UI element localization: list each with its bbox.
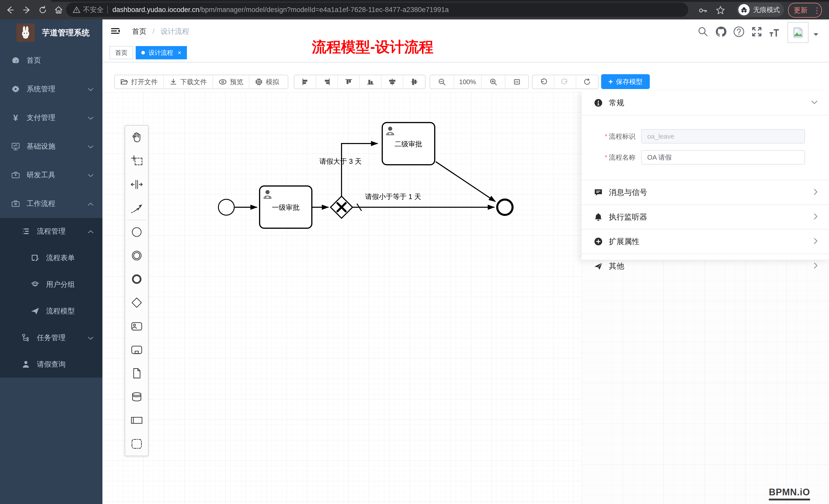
simulate-button[interactable]: 模拟 [249,75,285,88]
fullscreen-icon[interactable] [751,26,763,38]
chevron-right-icon [814,238,818,245]
bpmn-io-logo[interactable]: BPMN.iO [769,487,810,500]
section-other[interactable]: 其他 [582,254,829,278]
browser-active-tab[interactable] [0,0,51,2]
browser-menu-dots-icon[interactable]: ⋮ [813,6,821,15]
create-gateway[interactable] [125,291,148,314]
zoom-in-button[interactable] [481,75,506,88]
create-intermediate-event[interactable] [125,244,148,267]
create-end-event[interactable] [125,267,148,291]
tab-close-icon[interactable]: × [178,49,181,56]
github-icon[interactable] [715,26,727,38]
space-tool[interactable] [125,173,148,196]
browser-update-button[interactable]: 更新 ⋮ [788,3,822,18]
sidebar-item-label: 支付管理 [27,113,55,122]
sidebar-item-leave-query[interactable]: 请假查询 [0,351,102,378]
app-logo-row[interactable]: 芋道管理系统 [0,20,102,46]
browser-url-bar[interactable]: 不安全 dashboard.yudao.iocoder.cn/bpm/manag… [66,3,688,17]
lasso-tool[interactable] [125,149,148,173]
sidebar-item-devtools[interactable]: 研发工具 [0,161,102,189]
start-event[interactable] [218,199,234,215]
zoom-level[interactable]: 100% [454,75,481,88]
breadcrumb-home[interactable]: 首页 [132,27,146,35]
sidebar-item-process-form[interactable]: 流程表单 [0,244,102,271]
align-middle-icon [388,78,396,86]
edge-label-gt3[interactable]: 请假大于 3 天 [319,158,361,165]
font-size-icon[interactable] [768,27,780,39]
align-bottom-button[interactable] [360,75,382,88]
hand-tool[interactable] [125,126,148,149]
create-data-store[interactable] [125,385,148,409]
flow-gateway-to-task2[interactable] [341,144,377,196]
sidebar-item-task-manage[interactable]: 任务管理 [0,324,102,351]
sidebar-item-process-model[interactable]: 流程模型 [0,298,102,324]
help-icon[interactable] [733,26,745,38]
user-task-level2[interactable]: 二级审批 [382,122,435,165]
sidebar-item-payment[interactable]: ¥ 支付管理 [0,103,102,132]
sidebar-item-infrastructure[interactable]: 基础设施 [0,132,102,161]
browser-reload-button[interactable] [38,6,47,15]
browser-back-button[interactable] [6,6,14,15]
tab-home[interactable]: 首页 [110,46,133,60]
section-general[interactable]: 常规 [582,91,829,115]
edge-label-le1[interactable]: 请假小于等于 1 天 [365,193,421,201]
download-file-button[interactable]: 下载文件 [164,75,213,88]
sidebar-item-workflow[interactable]: 工作流程 [0,189,102,218]
save-model-button[interactable]: + 保存模型 [601,74,650,89]
update-label: 更新 [794,6,807,15]
browser-home-button[interactable] [54,6,63,15]
key-icon[interactable] [698,6,707,16]
create-user-task[interactable] [125,314,148,338]
avatar-caret-icon[interactable] [813,33,819,37]
security-chip[interactable]: 不安全 [83,5,104,14]
align-middle-button[interactable] [382,75,403,88]
process-key-input[interactable] [641,129,805,144]
section-execution-listener[interactable]: 执行监听器 [582,205,829,230]
screen: 不安全 dashboard.yudao.iocoder.cn/bpm/manag… [0,0,829,504]
end-event[interactable] [497,200,512,215]
align-left-button[interactable] [294,75,316,88]
process-name-input[interactable] [641,150,805,164]
section-message-signal[interactable]: 消息与信号 [582,180,829,205]
sidebar-item-user-group[interactable]: 用户分组 [0,271,102,298]
align-center-button[interactable] [403,75,425,88]
sidebar-item-process-manage[interactable]: 流程管理 [0,218,102,244]
open-file-button[interactable]: 打开文件 [115,75,164,88]
sidebar-item-home[interactable]: 首页 [0,46,102,75]
url-path: /bpm/manager/model/design?modelId=e4a1a1… [199,6,448,13]
undo-button[interactable] [533,75,554,88]
align-top-button[interactable] [338,75,360,88]
history-button-group [532,75,599,89]
create-start-event[interactable] [125,220,148,244]
tab-design-process[interactable]: 设计流程 × [136,46,187,60]
user-task-level1[interactable]: 一级审批 [260,186,312,228]
exclusive-gateway[interactable] [330,196,353,218]
avatar[interactable] [788,22,808,43]
section-extended-attributes[interactable]: 扩展属性 [582,230,829,254]
redo-button[interactable] [554,75,576,88]
align-right-button[interactable] [316,75,338,88]
restart-button[interactable] [576,75,598,88]
zoom-out-button[interactable] [430,75,454,88]
zoom-in-icon [490,78,497,86]
sidebar-item-label: 首页 [27,55,41,65]
preview-button[interactable]: 预览 [213,75,249,88]
create-participant[interactable] [125,409,148,432]
canvas-under-panel[interactable] [582,260,829,504]
sidebar-item-system[interactable]: 系统管理 [0,75,102,103]
search-icon[interactable] [697,26,709,38]
sidebar-item-label: 流程表单 [46,253,75,263]
zoom-reset-button[interactable] [505,75,529,88]
flow-task2-to-end[interactable] [436,162,495,202]
chevron-up-icon [87,227,94,235]
browser-forward-button[interactable] [23,6,31,15]
create-group[interactable] [125,432,148,456]
sidebar-collapse-icon[interactable] [110,27,120,36]
properties-panel: 常规 *流程标识 *流程名称 消息与信号 [582,91,829,260]
breadcrumb-separator: / [153,27,155,35]
bookmark-star-icon[interactable] [716,6,725,16]
create-subprocess[interactable] [125,338,148,361]
create-data-object[interactable] [125,361,148,385]
section-label: 扩展属性 [609,236,640,247]
global-connect-tool[interactable] [125,196,148,220]
